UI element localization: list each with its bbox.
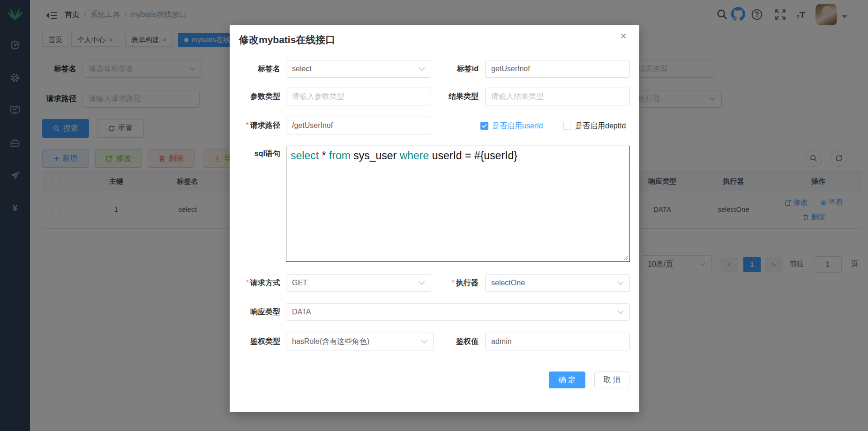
required-mark: * [452, 279, 455, 287]
check-icon [481, 122, 488, 129]
sql-text: sys_user [351, 149, 400, 162]
auth-value-label: 鉴权值 [428, 337, 479, 347]
required-mark: * [246, 121, 249, 129]
cancel-button[interactable]: 取 消 [594, 372, 629, 388]
chevron-down-icon [419, 281, 425, 285]
sql-keyword: select [291, 149, 319, 162]
enable-userid-checkbox[interactable] [480, 122, 488, 130]
tag-name-label: 标签名 [230, 64, 280, 74]
label-text: 执行器 [456, 279, 479, 287]
sql-label: sql语句 [230, 149, 280, 159]
enable-deptid-label[interactable]: 是否启用deptId [575, 121, 626, 131]
required-mark: * [246, 279, 249, 287]
chevron-down-icon [421, 340, 427, 344]
executor-label: *执行器 [428, 278, 479, 288]
sql-keyword: where [400, 149, 429, 162]
auth-type-label: 鉴权类型 [230, 337, 280, 347]
param-type-label: 参数类型 [230, 92, 280, 102]
response-type-label: 响应类型 [230, 307, 280, 317]
sql-text: * [319, 149, 329, 162]
dialog-title: 修改mybatis在线接口 [239, 33, 335, 46]
label-text: 请求路径 [250, 121, 280, 129]
path-input[interactable] [286, 117, 431, 134]
chevron-down-icon [419, 67, 425, 71]
auth-type-select[interactable]: hasRole(含有这些角色) [286, 333, 434, 350]
select-value: select [292, 65, 312, 73]
response-type-select[interactable]: DATA [286, 303, 630, 321]
resize-handle[interactable] [623, 255, 629, 260]
edit-mybatis-dialog: 修改mybatis在线接口 × 标签名 select 标签id 参数类型 结果类… [230, 25, 639, 412]
chevron-down-icon [617, 281, 624, 285]
select-value: selectOne [491, 279, 525, 287]
app-root: ¥ 首页 / 系统工具 / mybatis在线接口 [0, 0, 868, 431]
select-value: hasRole(含有这些角色) [292, 337, 369, 347]
sql-editor[interactable]: select * from sys_user where userId = #{… [286, 146, 630, 262]
method-label: *请求方式 [230, 278, 280, 288]
tag-id-label: 标签id [428, 64, 479, 74]
dialog-close-icon[interactable]: × [620, 30, 627, 43]
result-type-input[interactable] [485, 88, 630, 105]
chevron-down-icon [617, 310, 624, 314]
label-text: 请求方式 [250, 279, 280, 287]
sql-keyword: from [329, 149, 351, 162]
path-label: *请求路径 [230, 121, 280, 131]
auth-value-input[interactable] [485, 333, 630, 350]
result-type-label: 结果类型 [428, 92, 479, 102]
param-type-input[interactable] [286, 88, 431, 105]
enable-userid-label[interactable]: 是否启用userId [492, 121, 543, 131]
tag-id-input[interactable] [485, 60, 630, 78]
tag-name-select[interactable]: select [286, 60, 431, 78]
select-value: GET [292, 279, 307, 287]
executor-select[interactable]: selectOne [485, 274, 630, 292]
method-select[interactable]: GET [286, 274, 431, 292]
confirm-button[interactable]: 确 定 [549, 372, 585, 388]
sql-text: userId = #{userId} [429, 149, 517, 162]
select-value: DATA [292, 308, 311, 316]
enable-deptid-checkbox[interactable] [563, 122, 571, 130]
